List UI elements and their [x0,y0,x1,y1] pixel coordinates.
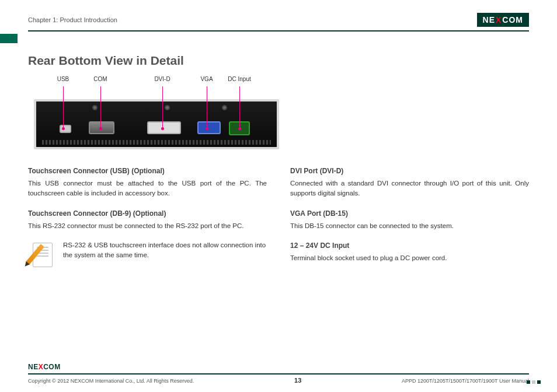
page-title: Rear Bottom View in Detail [28,54,529,68]
footer-rule [28,373,529,374]
leader-dvid [162,86,163,128]
label-vga: VGA [200,76,213,82]
vent-slots [42,140,271,145]
header-rule [28,30,529,32]
body-db9-connector: This RS-232 connector must be connected … [28,221,267,231]
page-tab-decoration [0,34,18,43]
chapter-label: Chapter 1: Product Introduction [28,16,117,23]
heading-usb-connector: Touchscreen Connector (USB) (Optional) [28,166,267,176]
label-dc: DC Input [228,76,250,82]
device-rear-panel [34,99,279,149]
heading-dc-input: 12 – 24V DC Input [290,240,529,251]
body-dvi-port: Connected with a standard DVI connector … [290,178,529,199]
page-number: 13 [294,377,301,384]
body-usb-connector: This USB connector must be attached to t… [28,178,267,199]
leader-usb [63,86,64,128]
footer-logo: NEXCOM [28,363,529,371]
leader-vga [207,86,207,128]
rear-panel-diagram: USB COM DVI-D VGA DC Input [34,76,279,149]
port-dvi [147,121,181,134]
note-pencil-icon [28,240,55,267]
brand-logo: NEXCOM [477,13,529,27]
heading-db9-connector: Touchscreen Connector (DB-9) (Optional) [28,208,267,219]
note-text: RS-232 & USB touchscreen interface does … [63,240,267,261]
body-vga-port: This DB-15 connector can be connected to… [290,221,529,231]
footer-squares-icon [527,380,541,384]
label-usb: USB [57,76,69,82]
port-vga [197,121,221,134]
port-usb [60,125,71,133]
leader-dc [239,86,240,128]
body-dc-input: Terminal block socket used to plug a DC … [290,253,529,263]
heading-vga-port: VGA Port (DB-15) [290,208,529,219]
copyright-text: Copyright © 2012 NEXCOM International Co… [28,378,194,384]
label-dvid: DVI-D [154,76,170,82]
screw-icon [222,105,227,110]
leader-com [100,86,101,128]
heading-dvi-port: DVI Port (DVI-D) [290,166,529,176]
manual-title: APPD 1200T/1205T/1500T/1700T/1900T User … [402,378,529,384]
screw-icon [92,105,98,110]
screw-icon [165,105,170,110]
label-com: COM [93,76,107,82]
